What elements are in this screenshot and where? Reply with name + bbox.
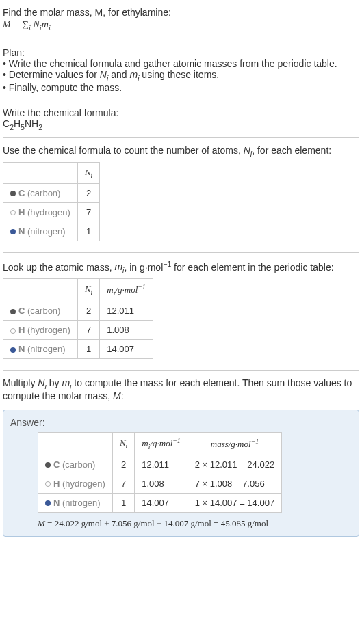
mi-cell: 12.011 xyxy=(135,455,188,474)
bullet-icon xyxy=(45,481,51,487)
intro-section: Find the molar mass, M, for ethylamine: … xyxy=(3,3,359,37)
mass-cell: 1 × 14.007 = 14.007 xyxy=(188,493,281,512)
mi-cell: 14.007 xyxy=(135,493,188,512)
header-mi: mi/g·mol−1 xyxy=(135,432,188,455)
element-cell: H (hydrogen) xyxy=(3,202,78,222)
ni-cell: 7 xyxy=(77,202,99,222)
element-name: (hydrogen) xyxy=(27,325,70,335)
ni-cell: 2 xyxy=(77,301,99,321)
answer-box: Answer: Ni mi/g·mol−1 mass/g·mol−1 C (ca… xyxy=(3,410,359,537)
bullet-icon xyxy=(10,191,16,196)
count-atoms-title: Use the chemical formula to count the nu… xyxy=(3,145,359,158)
element-cell: N (nitrogen) xyxy=(3,222,78,241)
element-cell: H (hydrogen) xyxy=(38,474,113,493)
element-cell: C (carbon) xyxy=(38,455,113,474)
ni-cell: 2 xyxy=(112,455,134,474)
intro-formula: M = ∑i Nimi xyxy=(3,19,359,31)
element-name: (hydrogen) xyxy=(62,479,105,489)
table-row: H (hydrogen) 7 1.008 7 × 1.008 = 7.056 xyxy=(38,474,282,493)
table-row: N (nitrogen) 1 xyxy=(3,222,100,241)
answer-table: Ni mi/g·mol−1 mass/g·mol−1 C (carbon) 2 … xyxy=(38,432,282,513)
table-row: N (nitrogen) 1 14.007 1 × 14.007 = 14.00… xyxy=(38,493,282,512)
divider xyxy=(3,137,359,138)
mass-cell: 2 × 12.011 = 24.022 xyxy=(188,455,281,474)
atomic-mass-table: Ni mi/g·mol−1 C (carbon) 2 12.011 H (hyd… xyxy=(3,278,153,359)
mass-cell: 7 × 1.008 = 7.056 xyxy=(188,474,281,493)
mi-cell: 1.008 xyxy=(100,321,153,340)
atomic-mass-section: Look up the atomic mass, mi, in g·mol−1 … xyxy=(3,256,359,367)
table-row: C (carbon) 2 12.011 2 × 12.011 = 24.022 xyxy=(38,455,282,474)
plan-item3: • Finally, compute the mass. xyxy=(3,82,359,93)
bullet-icon xyxy=(10,229,16,234)
header-ni: Ni xyxy=(77,163,99,184)
table-header-row: Ni mi/g·mol−1 mass/g·mol−1 xyxy=(38,432,282,455)
element-cell: N (nitrogen) xyxy=(3,340,78,359)
element-symbol: N xyxy=(18,226,25,237)
divider xyxy=(3,370,359,371)
mi-cell: 1.008 xyxy=(135,474,188,493)
table-header-row: Ni mi/g·mol−1 xyxy=(3,279,153,301)
count-atoms-section: Use the chemical formula to count the nu… xyxy=(3,141,359,249)
table-row: H (hydrogen) 7 1.008 xyxy=(3,321,153,340)
bullet-icon xyxy=(45,500,51,506)
ni-cell: 1 xyxy=(112,493,134,512)
bullet-icon xyxy=(10,309,16,314)
header-mi: mi/g·mol−1 xyxy=(100,279,153,301)
divider xyxy=(3,100,359,100)
element-cell: H (hydrogen) xyxy=(3,321,78,340)
answer-label: Answer: xyxy=(10,417,352,428)
plan-section: Plan: • Write the chemical formula and g… xyxy=(3,43,359,97)
table-row: H (hydrogen) 7 xyxy=(3,202,100,222)
element-cell: C (carbon) xyxy=(3,183,78,202)
bullet-icon xyxy=(10,210,16,215)
mi-cell: 12.011 xyxy=(100,301,153,321)
element-symbol: N xyxy=(18,344,25,354)
ni-cell: 1 xyxy=(77,340,99,359)
chemical-formula-title: Write the chemical formula: xyxy=(3,107,359,118)
table-header-row: Ni xyxy=(3,163,100,184)
plan-item2: • Determine values for Ni and mi using t… xyxy=(3,69,359,82)
bullet-icon xyxy=(10,347,16,353)
element-name: (nitrogen) xyxy=(27,226,66,237)
bullet-icon xyxy=(10,328,16,334)
header-mass: mass/g·mol−1 xyxy=(188,432,281,455)
mi-cell: 14.007 xyxy=(100,340,153,359)
ni-cell: 7 xyxy=(112,474,134,493)
element-symbol: C xyxy=(18,188,25,198)
element-cell: N (nitrogen) xyxy=(38,493,113,512)
plan-item1: • Write the chemical formula and gather … xyxy=(3,58,359,69)
header-ni: Ni xyxy=(112,432,134,455)
element-symbol: C xyxy=(18,306,25,316)
element-name: (carbon) xyxy=(27,188,60,198)
header-ni: Ni xyxy=(77,279,99,301)
element-symbol: N xyxy=(53,498,60,508)
multiply-section: Multiply Ni by mi to compute the mass fo… xyxy=(3,373,359,405)
plan-title: Plan: xyxy=(3,47,359,58)
element-name: (carbon) xyxy=(62,459,95,470)
element-symbol: H xyxy=(18,325,25,335)
header-empty xyxy=(3,279,78,301)
chemical-formula: C2H5NH2 xyxy=(3,118,359,131)
element-symbol: H xyxy=(18,207,25,217)
atomic-mass-title: Look up the atomic mass, mi, in g·mol−1 … xyxy=(3,260,359,274)
header-empty xyxy=(3,163,78,184)
answer-result: M = 24.022 g/mol + 7.056 g/mol + 14.007 … xyxy=(38,518,352,529)
divider xyxy=(3,40,359,40)
table-row: N (nitrogen) 1 14.007 xyxy=(3,340,153,359)
element-name: (carbon) xyxy=(27,306,60,316)
ni-cell: 1 xyxy=(77,222,99,241)
chemical-formula-section: Write the chemical formula: C2H5NH2 xyxy=(3,103,359,135)
ni-cell: 2 xyxy=(77,183,99,202)
bullet-icon xyxy=(45,462,51,468)
element-symbol: C xyxy=(53,459,60,470)
table-row: C (carbon) 2 12.011 xyxy=(3,301,153,321)
element-name: (nitrogen) xyxy=(62,498,101,508)
element-name: (nitrogen) xyxy=(27,344,66,354)
divider xyxy=(3,252,359,253)
element-name: (hydrogen) xyxy=(27,207,70,217)
header-empty xyxy=(38,432,113,455)
ni-cell: 7 xyxy=(77,321,99,340)
intro-line1: Find the molar mass, M, for ethylamine: xyxy=(3,7,359,18)
count-atoms-table: Ni C (carbon) 2 H (hydrogen) 7 N (nitrog… xyxy=(3,162,100,241)
multiply-text: Multiply Ni by mi to compute the mass fo… xyxy=(3,377,359,401)
